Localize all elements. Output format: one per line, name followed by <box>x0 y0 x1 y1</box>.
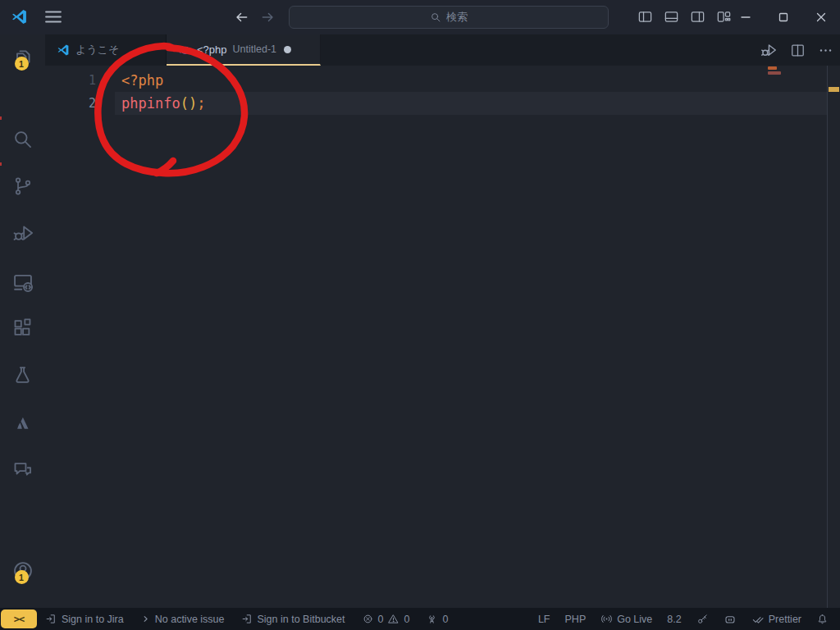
title-bar: 検索 <box>0 0 840 34</box>
screen-edge-artifact <box>0 162 2 166</box>
ports-count: 0 <box>442 614 448 625</box>
language-mode-selector[interactable]: PHP <box>565 614 587 625</box>
php-file-icon <box>178 43 191 56</box>
robot-face-button[interactable] <box>724 613 737 626</box>
sidebar-item-atlassian[interactable] <box>0 404 45 443</box>
screen-edge-artifact <box>0 116 2 120</box>
ports-button[interactable]: 0 <box>426 613 448 625</box>
error-icon <box>362 613 374 625</box>
menu-icon[interactable] <box>45 10 62 24</box>
eol-selector[interactable]: LF <box>538 614 550 625</box>
vscode-logo-icon <box>57 43 70 57</box>
comments-icon <box>11 459 34 481</box>
function-name: phpinfo <box>121 95 180 112</box>
sidebar-item-remote-explorer[interactable] <box>0 262 45 302</box>
search-icon <box>11 128 34 150</box>
php-version-label: 8.2 <box>667 614 681 625</box>
sidebar-item-search[interactable] <box>0 119 45 158</box>
problems-button[interactable]: 0 0 <box>362 613 410 625</box>
sidebar-item-extensions[interactable] <box>0 308 45 347</box>
sidebar-item-source-control[interactable] <box>0 167 45 206</box>
maximize-button[interactable] <box>765 0 802 34</box>
remote-indicator[interactable]: >< <box>1 609 37 628</box>
eol-label: LF <box>538 614 550 625</box>
more-actions-icon[interactable] <box>818 43 833 58</box>
bitbucket-signin-label: Sign in to Bitbucket <box>258 614 345 625</box>
status-right: LF PHP Go Live 8.2 <box>538 608 829 630</box>
remote-glyph: >< <box>14 614 24 625</box>
tab-label: <?php <box>197 43 227 56</box>
active-issue-button[interactable]: No active issue <box>140 614 225 625</box>
remote-monitor-icon <box>11 271 34 294</box>
toggle-secondary-sidebar-icon[interactable] <box>690 9 705 25</box>
double-check-icon <box>751 613 765 626</box>
window-controls <box>727 0 840 34</box>
minimize-button[interactable] <box>727 0 765 34</box>
error-count: 0 <box>378 614 384 625</box>
close-button[interactable] <box>802 0 840 34</box>
sidebar-item-testing[interactable] <box>0 354 45 394</box>
prettier-button[interactable]: Prettier <box>751 613 801 626</box>
language-label: PHP <box>565 614 587 625</box>
search-placeholder: 検索 <box>446 10 468 25</box>
robot-face-icon <box>724 613 737 626</box>
activity-bar: 1 <box>0 34 45 608</box>
forward-button[interactable] <box>260 9 276 25</box>
atlassian-icon <box>12 413 34 434</box>
sidebar-item-account[interactable]: 1 <box>0 551 45 591</box>
split-editor-icon[interactable] <box>790 43 806 58</box>
editor-pane[interactable]: 1 2 <?php phpinfo(); <box>45 66 840 608</box>
sidebar-item-comments[interactable] <box>0 450 45 489</box>
unsaved-dot-icon[interactable] <box>284 46 291 53</box>
layout-controls <box>637 9 732 25</box>
explorer-badge: 1 <box>15 57 29 71</box>
run-or-debug-icon[interactable] <box>760 41 778 59</box>
vscode-window: 検索 <box>0 0 840 630</box>
flask-icon <box>11 363 34 386</box>
sidebar-item-run-debug[interactable] <box>0 213 45 253</box>
modified-line-marker <box>829 87 839 92</box>
vscode-logo-icon <box>11 8 28 25</box>
back-button[interactable] <box>233 9 249 25</box>
search-input[interactable]: 検索 <box>289 6 609 29</box>
toggle-panel-icon[interactable] <box>664 9 679 25</box>
key-button[interactable] <box>696 613 709 625</box>
go-live-label: Go Live <box>617 614 652 625</box>
tab-label: ようこそ <box>75 43 119 57</box>
warning-count: 0 <box>404 614 409 625</box>
current-line-highlight <box>115 92 827 115</box>
extensions-icon <box>11 317 34 339</box>
search-icon <box>430 11 441 23</box>
php-open-tag: <?php <box>121 72 163 89</box>
overview-ruler[interactable] <box>827 66 840 608</box>
notifications-button[interactable] <box>816 613 829 625</box>
status-bar: >< Sign in to Jira No active issue Sign … <box>0 608 840 630</box>
code-line-1: <?php <box>121 69 163 92</box>
go-live-button[interactable]: Go Live <box>600 613 652 625</box>
tab-php-untitled[interactable]: <?php Untitled-1 <box>167 34 321 66</box>
account-badge: 1 <box>15 570 29 584</box>
sign-in-icon <box>241 613 253 625</box>
php-version-button[interactable]: 8.2 <box>667 614 681 625</box>
line-number: 2 <box>45 92 96 115</box>
tab-description: Untitled-1 <box>233 43 277 55</box>
bitbucket-signin-button[interactable]: Sign in to Bitbucket <box>241 613 345 625</box>
key-icon <box>696 613 709 625</box>
radio-tower-icon <box>426 613 438 625</box>
prettier-label: Prettier <box>769 614 801 625</box>
semicolon: ; <box>197 95 205 112</box>
sidebar-item-explorer[interactable]: 1 <box>0 38 45 77</box>
minimap-line-mark <box>768 66 777 70</box>
toggle-primary-sidebar-icon[interactable] <box>637 9 653 25</box>
tab-welcome[interactable]: ようこそ <box>45 34 167 66</box>
bell-icon <box>816 613 829 625</box>
debug-icon <box>11 221 34 244</box>
parens: () <box>180 95 197 112</box>
broadcast-icon <box>600 613 613 625</box>
code-line-2: phpinfo(); <box>121 92 205 115</box>
jira-signin-button[interactable]: Sign in to Jira <box>45 613 124 625</box>
active-issue-label: No active issue <box>155 614 225 625</box>
chevron-right-icon <box>140 614 151 624</box>
editor-actions <box>760 34 833 66</box>
line-number: 1 <box>45 69 96 92</box>
